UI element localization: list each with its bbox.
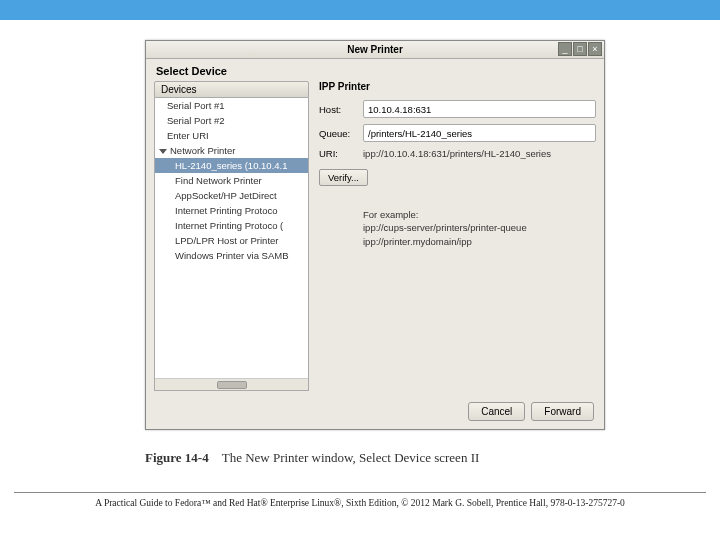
close-icon[interactable]: × xyxy=(588,42,602,56)
example-line-2: ipp://printer.mydomain/ipp xyxy=(363,235,596,248)
example-heading: For example: xyxy=(363,208,596,221)
citation-text: A Practical Guide to Fedora™ and Red Hat… xyxy=(14,498,706,508)
queue-input[interactable] xyxy=(363,124,596,142)
device-find-network[interactable]: Find Network Printer xyxy=(155,173,308,188)
devices-panel: Devices Serial Port #1 Serial Port #2 En… xyxy=(154,81,309,391)
horizontal-scrollbar[interactable] xyxy=(155,378,308,390)
host-label: Host: xyxy=(319,104,357,115)
dialog-buttons: Cancel Forward xyxy=(468,402,594,421)
device-appsocket[interactable]: AppSocket/HP JetDirect xyxy=(155,188,308,203)
devices-header: Devices xyxy=(154,81,309,98)
device-ipp-1[interactable]: Internet Printing Protoco xyxy=(155,203,308,218)
example-line-1: ipp://cups-server/printers/printer-queue xyxy=(363,221,596,234)
window-buttons: _ □ × xyxy=(558,42,602,56)
device-enter-uri[interactable]: Enter URI xyxy=(155,128,308,143)
device-lpd[interactable]: LPD/LPR Host or Printer xyxy=(155,233,308,248)
section-heading: Select Device xyxy=(146,59,604,81)
device-samba[interactable]: Windows Printer via SAMB xyxy=(155,248,308,263)
example-block: For example: ipp://cups-server/printers/… xyxy=(363,208,596,248)
ipp-title: IPP Printer xyxy=(319,81,596,92)
host-input[interactable] xyxy=(363,100,596,118)
new-printer-window: New Printer _ □ × Select Device Devices … xyxy=(145,40,605,430)
minimize-icon[interactable]: _ xyxy=(558,42,572,56)
page-top-accent xyxy=(0,0,720,20)
device-ipp-2[interactable]: Internet Printing Protoco ( xyxy=(155,218,308,233)
host-row: Host: xyxy=(319,100,596,118)
content-area: Devices Serial Port #1 Serial Port #2 En… xyxy=(146,81,604,391)
scrollbar-thumb[interactable] xyxy=(217,381,247,389)
queue-label: Queue: xyxy=(319,128,357,139)
device-serial-1[interactable]: Serial Port #1 xyxy=(155,98,308,113)
titlebar: New Printer _ □ × xyxy=(146,41,604,59)
figure-caption: Figure 14-4 The New Printer window, Sele… xyxy=(145,450,479,466)
figure-number: Figure 14-4 xyxy=(145,450,209,465)
ipp-form: IPP Printer Host: Queue: URI: ipp://10.1… xyxy=(319,81,596,391)
device-network-group[interactable]: Network Printer xyxy=(155,143,308,158)
verify-button[interactable]: Verify... xyxy=(319,169,368,186)
queue-row: Queue: xyxy=(319,124,596,142)
maximize-icon[interactable]: □ xyxy=(573,42,587,56)
window-title: New Printer xyxy=(146,44,604,55)
device-hl2140[interactable]: HL-2140_series (10.10.4.1 xyxy=(155,158,308,173)
device-network-label: Network Printer xyxy=(170,145,235,156)
chevron-down-icon xyxy=(159,149,167,154)
cancel-button[interactable]: Cancel xyxy=(468,402,525,421)
device-list: Serial Port #1 Serial Port #2 Enter URI … xyxy=(154,98,309,391)
uri-row: URI: ipp://10.10.4.18:631/printers/HL-21… xyxy=(319,148,596,159)
forward-button[interactable]: Forward xyxy=(531,402,594,421)
device-serial-2[interactable]: Serial Port #2 xyxy=(155,113,308,128)
citation-rule xyxy=(14,492,706,493)
uri-label: URI: xyxy=(319,148,357,159)
uri-value: ipp://10.10.4.18:631/printers/HL-2140_se… xyxy=(363,148,551,159)
device-items: Serial Port #1 Serial Port #2 Enter URI … xyxy=(155,98,308,378)
figure-text: The New Printer window, Select Device sc… xyxy=(222,450,480,465)
